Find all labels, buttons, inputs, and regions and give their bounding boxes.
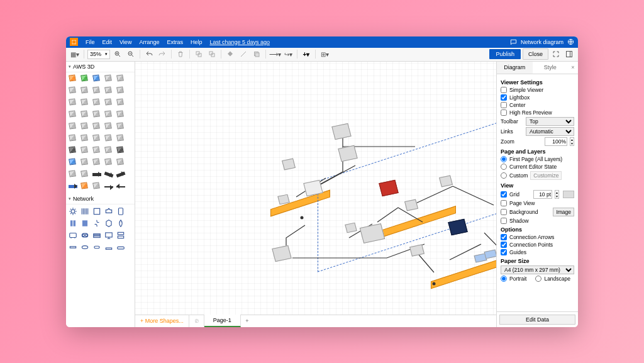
cb-grid[interactable] [501,191,507,198]
section-aws-3d[interactable]: AWS 3D [66,62,135,72]
section-network[interactable]: Network [66,194,135,204]
shape-item[interactable] [91,230,103,241]
shape-item[interactable] [115,121,126,133]
shape-item[interactable] [67,206,79,217]
shape-arrow[interactable] [67,181,79,193]
shape-item[interactable] [103,242,114,253]
close-button[interactable]: Close [523,48,548,60]
btn-image[interactable]: Image [553,208,574,216]
shape-item[interactable] [79,181,91,193]
shape-item[interactable] [103,86,114,97]
btn-customize[interactable]: Customize [530,171,562,180]
shape-item[interactable] [79,157,91,169]
shape-item[interactable] [79,86,91,97]
app-logo[interactable]: ⬚ [70,38,78,46]
shape-item[interactable] [91,121,103,133]
menu-arrange[interactable]: Arrange [139,39,159,45]
rb-first-page[interactable] [501,156,507,162]
shape-item[interactable] [67,157,79,169]
shape-item[interactable] [91,145,103,157]
shape-item[interactable] [79,206,91,217]
diagram-node[interactable] [485,250,496,269]
shape-item[interactable] [67,242,79,253]
last-change-link[interactable]: Last change 5 days ago [209,39,270,45]
waypoints-dropdown-icon[interactable]: ↪▾ [282,49,294,59]
inp-grid-size[interactable] [533,190,552,199]
diagram-node[interactable] [362,225,382,244]
shape-item[interactable] [67,230,79,241]
shape-item[interactable] [67,74,79,85]
shape-item[interactable] [67,133,79,145]
line-icon[interactable] [238,49,249,59]
shape-item[interactable] [91,181,103,193]
shape-item[interactable] [91,242,103,253]
shape-item[interactable] [103,98,114,109]
shape-item[interactable] [79,121,91,133]
shape-arrow[interactable] [103,181,114,193]
grid-dropdown-icon[interactable]: ▦▾ [69,49,80,59]
to-front-icon[interactable] [193,49,204,59]
zoom-step-down[interactable]: ▼ [570,142,574,145]
shape-item[interactable] [91,109,103,121]
chat-icon[interactable] [510,38,517,45]
shape-item[interactable] [67,98,79,109]
cb-high-res[interactable] [501,109,507,116]
shape-item[interactable] [103,109,114,121]
shape-item[interactable] [67,145,79,157]
cb-center[interactable] [501,102,507,108]
rb-custom[interactable] [501,172,507,179]
globe-icon[interactable] [567,38,574,45]
fullscreen-icon[interactable] [550,49,562,59]
format-panel-icon[interactable] [564,49,575,59]
fill-icon[interactable] [225,49,236,59]
diagram-node[interactable] [279,195,299,214]
table-dropdown-icon[interactable]: ⊞▾ [319,49,330,59]
rb-landscape[interactable] [535,276,541,282]
shape-arrow[interactable] [115,181,126,193]
menu-extras[interactable]: Extras [167,39,183,45]
shape-item[interactable] [91,133,103,145]
shape-item[interactable] [115,86,126,97]
shape-item[interactable] [103,206,114,217]
tab-style[interactable]: Style [533,62,569,74]
cb-conn-arrows[interactable] [501,234,507,240]
diagram-node[interactable] [333,125,353,143]
diagram-node[interactable] [406,200,426,219]
shape-arrow[interactable] [91,169,103,181]
rb-portrait[interactable] [501,276,507,282]
shape-item[interactable] [91,218,103,229]
cb-lightbox[interactable] [501,94,507,101]
diagram-node[interactable] [440,176,460,195]
insert-dropdown-icon[interactable]: +▾ [301,49,312,59]
shape-item[interactable] [115,109,126,121]
canvas[interactable] [135,62,496,315]
shape-item[interactable] [67,109,79,121]
sel-paper-size[interactable]: A4 (210 mm x 297 mm) [501,265,574,274]
shape-item[interactable] [103,121,114,133]
grid-color-swatch[interactable] [563,191,574,198]
zoom-out-icon[interactable] [125,49,136,59]
zoom-select[interactable]: 35% [87,50,110,59]
grid-step-down[interactable]: ▼ [555,194,558,198]
shape-item[interactable] [67,169,79,181]
shape-item[interactable] [79,242,91,253]
menu-help[interactable]: Help [191,39,203,45]
page-tab[interactable]: Page-1 [204,315,241,327]
close-panel-icon[interactable]: × [568,62,578,74]
cb-simple-viewer[interactable] [501,87,507,93]
shape-item[interactable] [79,169,91,181]
undo-icon[interactable] [143,49,155,59]
shape-item[interactable] [91,98,103,109]
shape-item[interactable] [91,157,103,169]
outline-toggle-icon[interactable]: ⎚ [189,315,204,327]
diagram-node[interactable] [450,220,470,239]
diagram-node[interactable] [340,147,360,165]
cb-guides[interactable] [501,249,507,255]
shape-item[interactable] [115,157,126,169]
shape-arrow[interactable] [103,169,114,181]
publish-button[interactable]: Publish [489,49,521,59]
menu-edit[interactable]: Edit [103,39,113,45]
shape-item[interactable] [79,230,91,241]
sel-links[interactable]: Automatic [526,127,574,136]
shape-item[interactable] [79,218,91,229]
